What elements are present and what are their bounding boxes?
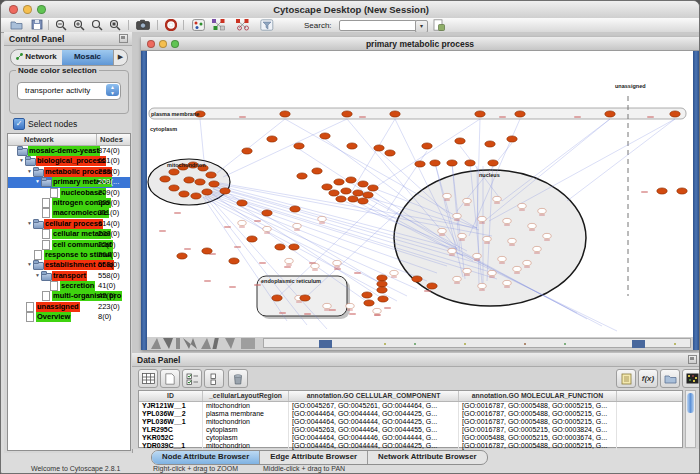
node-highlighted [415,161,425,167]
label-mitochondrion: mitochondrion [167,162,206,168]
table-row[interactable]: YKR052Ccytoplasm[GO:0044464, GO:0044446,… [139,434,682,442]
edit-network-nodes-icon[interactable] [235,18,250,31]
application-window: Cytoscape Desktop (New Session) Search: … [0,0,700,474]
node-highlighted [455,138,465,144]
tree-row[interactable]: ▼cellular process614(0) [8,219,130,229]
delete-attribute-icon[interactable] [228,369,248,388]
tab-mosaic[interactable]: Mosaic [62,50,113,65]
node-color-dropdown[interactable]: transporter activity ▲▼ [17,82,121,100]
table-cell: mitochondrion [203,418,289,426]
tab-overflow-icon[interactable]: ▶ [113,50,127,65]
attribute-table-icon[interactable] [138,369,158,388]
tree-expand-icon[interactable]: ▼ [18,157,25,163]
select-nodes-checkbox[interactable]: ✓ [13,118,25,130]
open-file-icon[interactable] [9,18,24,31]
network-leaf-icon [33,250,43,258]
zoom-in-icon[interactable] [71,18,86,31]
node-highlighted [272,295,282,301]
tree-row[interactable]: ▼biological_process651(0) [8,156,130,166]
import-attributes-icon[interactable] [660,369,680,388]
zoom-fit-icon[interactable] [107,18,122,31]
search-input[interactable] [339,20,417,31]
zoom-selected-region-icon[interactable] [89,18,104,31]
network-view-frame[interactable]: primary metabolic process plasma membran… [141,37,699,350]
folder-icon [33,167,43,175]
select-attributes-icon[interactable] [182,369,202,388]
float-panel-icon[interactable] [688,355,697,364]
tree-row-node-count: 223(0) [98,302,120,312]
create-attribute-icon[interactable] [160,369,180,388]
tree-row[interactable]: ▼metabolic process280(0) [8,167,130,177]
tree-expand-icon[interactable]: ▼ [26,168,33,174]
tree-row-label: cellular process [44,219,103,229]
table-row[interactable]: YJR121W__1mitochondrion[GO:0045267, GO:0… [139,402,682,410]
tree-row[interactable]: secretion41(0) [8,281,130,291]
node-highlighted [160,176,170,182]
node-unhighlighted [453,276,461,281]
attribute-editor-icon[interactable] [616,369,636,388]
column-header[interactable]: annotation.GO MOLECULAR_FUNCTION [459,391,617,401]
function-builder-icon[interactable]: f(x) [638,369,658,388]
table-row[interactable]: YLR295Ccytoplasm[GO:0045263, GO:0044464,… [139,426,682,434]
node-unhighlighted [458,233,466,238]
network-tab-icon [16,53,23,60]
scrollbar-thumb[interactable] [687,393,694,413]
table-row[interactable]: YPL036W__1mitochondrion[GO:0044464, GO:0… [139,418,682,426]
attribute-table-scrollbar[interactable] [685,390,696,448]
tree-row[interactable]: multi-organism pro42(0) [8,291,130,301]
tree-row[interactable]: nitrogen compo209(0) [8,198,130,208]
column-header[interactable]: annotation.GO CELLULAR_COMPONENT [289,391,459,401]
table-row[interactable]: YDR039C__1mitochondrion[GO:0044464, GO:0… [139,442,682,450]
node-highlighted [378,296,388,302]
tree-row[interactable]: cellular metabol209(0) [8,229,130,239]
status-welcome: Welcome to Cytoscape 2.8.1 [31,465,120,472]
network-canvas[interactable]: plasma membranecytoplasmmitochondrionnuc… [147,51,693,337]
control-panel-tabs: Network Mosaic ▶ [10,49,128,66]
help-icon[interactable] [163,18,178,31]
node-unhighlighted [311,263,319,268]
column-header[interactable]: _cellularLayoutRegion [203,391,289,401]
save-icon[interactable] [29,18,44,31]
tab-network[interactable]: Network [11,50,62,65]
float-panel-icon[interactable] [119,34,128,43]
node-highlighted [202,248,212,254]
background-window-sliver [263,338,691,348]
tree-row[interactable]: macromolecule311(0) [8,208,130,218]
attribute-table[interactable]: ID_cellularLayoutRegionannotation.GO CEL… [138,390,683,448]
tree-expand-icon[interactable]: ▼ [34,272,41,278]
tree-row[interactable]: cell communicat22(0) [8,240,130,250]
vizmapper-icon[interactable] [191,18,206,31]
matrix-icon[interactable] [682,369,700,388]
edit-network-icon[interactable] [211,18,226,31]
tree-row[interactable]: nucleobase-209(0) [8,188,130,198]
unselect-attributes-icon[interactable] [204,369,224,388]
snapshot-icon[interactable] [135,18,150,31]
tree-expand-icon[interactable]: ▼ [26,261,33,267]
filter-icon[interactable] [259,18,274,31]
tree-expand-icon[interactable]: ▼ [26,220,33,226]
tree-row[interactable]: mosaic-demo-yeast874(0) [8,146,130,156]
column-header[interactable]: ID [139,391,203,401]
window-titlebar[interactable]: Cytoscape Desktop (New Session) [1,1,700,19]
tree-row-node-count: 614(0) [98,219,120,229]
network-frame-titlebar[interactable]: primary metabolic process [141,37,699,51]
table-cell: [GO:0016787, GO:0005488, GO:0005215, G..… [459,410,617,418]
tree-expand-icon[interactable]: ▼ [34,178,41,184]
tree-row[interactable]: Overview8(0) [8,312,130,322]
node-unhighlighted [498,256,506,261]
tree-row[interactable]: ▼primary metabol209(... [8,177,130,187]
tree-row[interactable]: ▼establishment of lo558(0) [8,260,130,270]
network-leaf-icon [25,302,35,310]
table-row[interactable]: YPL036W__2plasma membrane[GO:0044464, GO… [139,410,682,418]
tree-row[interactable]: unassigned223(0) [8,302,130,312]
zoom-out-icon[interactable] [53,18,68,31]
plugin-manager-icon[interactable] [431,18,446,31]
tree-row[interactable]: response to stimul264(0) [8,250,130,260]
node-highlighted [184,177,194,183]
node-highlighted [465,160,475,166]
node-unhighlighted [533,246,541,251]
tree-row-node-count: 558(0) [98,260,120,270]
tree-row[interactable]: ▼transport558(0) [8,271,130,281]
node-highlighted [206,172,216,178]
table-cell: YDR039C__1 [139,442,203,450]
